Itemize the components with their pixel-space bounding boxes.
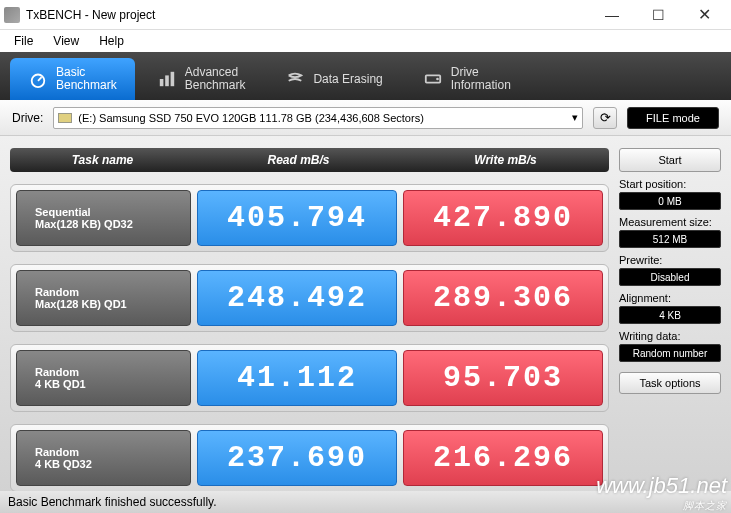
tab-row: Basic Benchmark Advanced Benchmark Data … [0, 52, 731, 100]
write-value: 216.296 [403, 430, 603, 486]
tab-label: Advanced Benchmark [185, 66, 246, 92]
results-panel: Task name Read mB/s Write mB/s Sequentia… [10, 148, 609, 510]
tab-data-erasing[interactable]: Data Erasing [267, 58, 400, 100]
prewrite-value: Disabled [619, 268, 721, 286]
result-row: RandomMax(128 KB) QD1248.492289.306 [10, 264, 609, 332]
menu-view[interactable]: View [43, 32, 89, 50]
svg-point-0 [32, 75, 45, 88]
task-name-line2: Max(128 KB) QD1 [35, 298, 190, 310]
task-cell[interactable]: Random4 KB QD1 [16, 350, 191, 406]
drive-label: Drive: [12, 111, 43, 125]
read-value: 405.794 [197, 190, 397, 246]
file-mode-button[interactable]: FILE mode [627, 107, 719, 129]
maximize-button[interactable]: ☐ [635, 0, 681, 30]
header-row: Task name Read mB/s Write mB/s [10, 148, 609, 172]
prewrite-label: Prewrite: [619, 254, 721, 266]
task-cell[interactable]: Random4 KB QD32 [16, 430, 191, 486]
hdd-icon [58, 113, 72, 123]
task-options-button[interactable]: Task options [619, 372, 721, 394]
write-value: 95.703 [403, 350, 603, 406]
drive-icon [423, 69, 443, 89]
watermark: www.jb51.net 脚本之家 [596, 473, 727, 513]
gauge-icon [28, 69, 48, 89]
drive-row: Drive: (E:) Samsung SSD 750 EVO 120GB 11… [0, 100, 731, 136]
tab-advanced-benchmark[interactable]: Advanced Benchmark [139, 58, 264, 100]
titlebar: TxBENCH - New project — ☐ ✕ [0, 0, 731, 30]
measurement-size-value: 512 MB [619, 230, 721, 248]
writing-data-label: Writing data: [619, 330, 721, 342]
header-task: Task name [10, 148, 195, 172]
svg-rect-3 [165, 75, 169, 86]
read-value: 41.112 [197, 350, 397, 406]
write-value: 289.306 [403, 270, 603, 326]
start-position-label: Start position: [619, 178, 721, 190]
task-name-line2: 4 KB QD1 [35, 378, 190, 390]
drive-select[interactable]: (E:) Samsung SSD 750 EVO 120GB 111.78 GB… [53, 107, 583, 129]
tab-label: Data Erasing [313, 72, 382, 86]
erase-icon [285, 69, 305, 89]
window-title: TxBENCH - New project [26, 8, 589, 22]
result-row: Random4 KB QD32237.690216.296 [10, 424, 609, 492]
read-value: 248.492 [197, 270, 397, 326]
svg-point-6 [436, 78, 439, 81]
side-panel: Start Start position: 0 MB Measurement s… [619, 148, 721, 510]
app-icon [4, 7, 20, 23]
task-name-line1: Random [35, 366, 190, 378]
refresh-button[interactable]: ⟳ [593, 107, 617, 129]
task-name-line1: Random [35, 446, 190, 458]
write-value: 427.890 [403, 190, 603, 246]
tab-basic-benchmark[interactable]: Basic Benchmark [10, 58, 135, 100]
svg-line-1 [38, 77, 42, 81]
start-button[interactable]: Start [619, 148, 721, 172]
svg-rect-2 [160, 79, 164, 86]
read-value: 237.690 [197, 430, 397, 486]
start-position-value: 0 MB [619, 192, 721, 210]
bars-icon [157, 69, 177, 89]
watermark-sub: 脚本之家 [596, 499, 727, 513]
main-area: Task name Read mB/s Write mB/s Sequentia… [0, 136, 731, 513]
close-button[interactable]: ✕ [681, 0, 727, 30]
chevron-down-icon: ▾ [572, 111, 578, 124]
alignment-value: 4 KB [619, 306, 721, 324]
result-row: SequentialMax(128 KB) QD32405.794427.890 [10, 184, 609, 252]
measurement-size-label: Measurement size: [619, 216, 721, 228]
drive-selected-text: (E:) Samsung SSD 750 EVO 120GB 111.78 GB… [78, 112, 423, 124]
writing-data-value: Random number [619, 344, 721, 362]
header-write: Write mB/s [402, 148, 609, 172]
task-name-line1: Sequential [35, 206, 190, 218]
task-cell[interactable]: RandomMax(128 KB) QD1 [16, 270, 191, 326]
svg-rect-4 [170, 72, 174, 86]
tab-label: Basic Benchmark [56, 66, 117, 92]
tab-drive-information[interactable]: Drive Information [405, 58, 529, 100]
task-name-line1: Random [35, 286, 190, 298]
menu-help[interactable]: Help [89, 32, 134, 50]
minimize-button[interactable]: — [589, 0, 635, 30]
task-cell[interactable]: SequentialMax(128 KB) QD32 [16, 190, 191, 246]
status-text: Basic Benchmark finished successfully. [8, 495, 217, 509]
header-read: Read mB/s [195, 148, 402, 172]
result-row: Random4 KB QD141.11295.703 [10, 344, 609, 412]
tab-label: Drive Information [451, 66, 511, 92]
menubar: File View Help [0, 30, 731, 52]
watermark-url: www.jb51.net [596, 473, 727, 498]
alignment-label: Alignment: [619, 292, 721, 304]
task-name-line2: 4 KB QD32 [35, 458, 190, 470]
task-name-line2: Max(128 KB) QD32 [35, 218, 190, 230]
refresh-icon: ⟳ [600, 110, 611, 125]
menu-file[interactable]: File [4, 32, 43, 50]
